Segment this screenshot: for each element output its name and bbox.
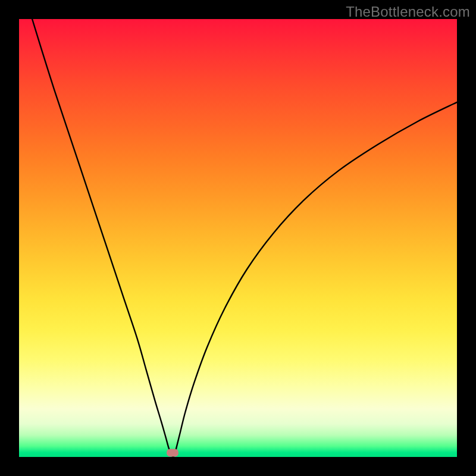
- bottleneck-curve: [32, 19, 457, 457]
- curve-layer: [19, 19, 457, 457]
- chart-frame: TheBottleneck.com: [0, 0, 476, 476]
- plot-area: [19, 19, 457, 457]
- watermark-text: TheBottleneck.com: [346, 4, 470, 20]
- optimum-marker: [167, 449, 178, 456]
